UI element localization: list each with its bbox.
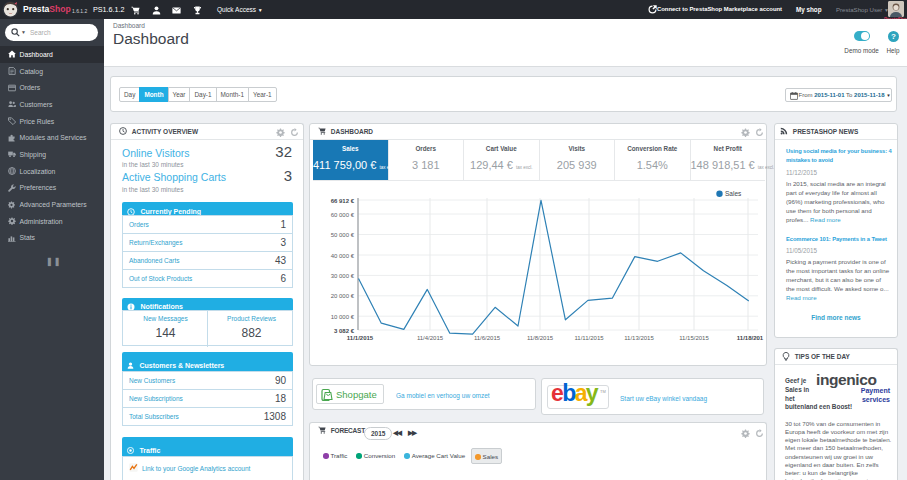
svg-text:11/11/2015: 11/11/2015 (574, 335, 604, 341)
svg-text:40 000 €: 40 000 € (331, 253, 355, 259)
svg-text:10 000 €: 10 000 € (331, 314, 355, 320)
svg-text:30 000 €: 30 000 € (331, 273, 355, 279)
svg-text:11/8/2015: 11/8/2015 (527, 335, 554, 341)
svg-text:3 082 €: 3 082 € (334, 328, 355, 334)
svg-text:11/15/2015: 11/15/2015 (679, 335, 709, 341)
svg-text:11/1/2015: 11/1/2015 (347, 335, 374, 341)
svg-text:11/18/201: 11/18/201 (737, 335, 764, 341)
svg-text:11/4/2015: 11/4/2015 (417, 335, 444, 341)
svg-text:11/13/2015: 11/13/2015 (624, 335, 654, 341)
svg-text:20 000 €: 20 000 € (331, 293, 355, 299)
svg-text:11/6/2015: 11/6/2015 (474, 335, 501, 341)
svg-text:60 000 €: 60 000 € (331, 212, 355, 218)
svg-text:50 000 €: 50 000 € (331, 232, 355, 238)
svg-text:Sales: Sales (725, 190, 742, 197)
svg-text:66 912 €: 66 912 € (331, 198, 355, 204)
